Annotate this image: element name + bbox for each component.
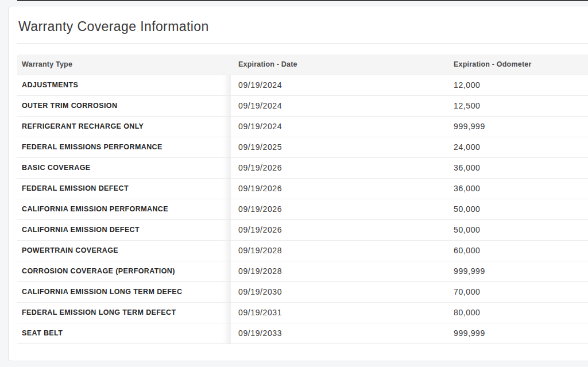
expiration-odometer-cell: 12,500 [446,95,588,116]
warranty-type-cell: FEDERAL EMISSION LONG TERM DEFECT [17,302,231,323]
expiration-odometer-cell: 36,000 [446,178,588,199]
expiration-odometer-cell: 999,999 [446,261,588,281]
warranty-type-cell: CALIFORNIA EMISSION DEFECT [17,219,231,240]
warranty-type-cell: FEDERAL EMISSIONS PERFORMANCE [17,137,231,157]
warranty-type-cell: ADJUSTMENTS [17,75,231,95]
table-row: FEDERAL EMISSION DEFECT 09/19/2026 36,00… [17,178,588,199]
expiration-odometer-cell: 50,000 [446,199,588,219]
warranty-type-cell: SEAT BELT [17,323,231,343]
table-row: CALIFORNIA EMISSION LONG TERM DEFEC 09/1… [17,281,588,302]
expiration-date-cell: 09/19/2028 [231,240,446,261]
table-body: ADJUSTMENTS 09/19/2024 12,000 OUTER TRIM… [17,75,588,343]
table-row: BASIC COVERAGE 09/19/2026 36,000 [17,157,588,178]
title-divider [17,43,588,44]
expiration-odometer-cell: 999,999 [446,323,588,343]
expiration-date-cell: 09/19/2026 [231,219,446,240]
table-row: POWERTRAIN COVERAGE 09/19/2028 60,000 [17,240,588,261]
table-row: SEAT BELT 09/19/2033 999,999 [17,323,588,343]
warranty-type-cell: REFRIGERANT RECHARGE ONLY [17,116,231,137]
top-edge-line [17,0,588,1]
warranty-coverage-card: Warranty Coverage Information Warranty T… [8,6,588,361]
table-row: ADJUSTMENTS 09/19/2024 12,000 [17,75,588,95]
warranty-type-cell: CALIFORNIA EMISSION LONG TERM DEFEC [17,281,231,302]
expiration-odometer-cell: 12,000 [446,75,588,95]
expiration-odometer-cell: 24,000 [446,137,588,157]
expiration-odometer-cell: 70,000 [446,281,588,302]
warranty-type-cell: CALIFORNIA EMISSION PERFORMANCE [17,199,231,219]
table-row: OUTER TRIM CORROSION 09/19/2024 12,500 [17,95,588,116]
warranty-type-cell: FEDERAL EMISSION DEFECT [17,178,231,199]
expiration-date-cell: 09/19/2024 [231,75,446,95]
page-title: Warranty Coverage Information [18,17,588,36]
table-row: CORROSION COVERAGE (PERFORATION) 09/19/2… [17,261,588,281]
table-row: FEDERAL EMISSION LONG TERM DEFECT 09/19/… [17,302,588,323]
expiration-odometer-cell: 60,000 [446,240,588,261]
expiration-date-cell: 09/19/2026 [231,157,446,178]
expiration-odometer-cell: 80,000 [446,302,588,323]
table-header-row: Warranty Type Expiration - Date Expirati… [17,55,588,75]
warranty-type-cell: POWERTRAIN COVERAGE [17,240,231,261]
expiration-odometer-cell: 50,000 [446,219,588,240]
expiration-odometer-cell: 36,000 [446,157,588,178]
warranty-type-cell: BASIC COVERAGE [17,157,231,178]
expiration-date-cell: 09/19/2025 [231,137,446,157]
warranty-type-cell: CORROSION COVERAGE (PERFORATION) [17,261,231,281]
column-header-warranty-type: Warranty Type [17,55,231,75]
expiration-date-cell: 09/19/2026 [231,199,446,219]
expiration-date-cell: 09/19/2033 [231,323,446,343]
table-row: FEDERAL EMISSIONS PERFORMANCE 09/19/2025… [17,137,588,157]
expiration-date-cell: 09/19/2024 [231,95,446,116]
table-row: REFRIGERANT RECHARGE ONLY 09/19/2024 999… [17,116,588,137]
column-header-expiration-date: Expiration - Date [231,55,446,75]
warranty-table: Warranty Type Expiration - Date Expirati… [17,55,588,344]
expiration-date-cell: 09/19/2028 [231,261,446,281]
table-row: CALIFORNIA EMISSION DEFECT 09/19/2026 50… [17,219,588,240]
column-header-expiration-odometer: Expiration - Odometer [446,55,588,75]
expiration-date-cell: 09/19/2031 [231,302,446,323]
expiration-date-cell: 09/19/2024 [231,116,446,137]
warranty-type-cell: OUTER TRIM CORROSION [17,95,231,116]
expiration-date-cell: 09/19/2030 [231,281,446,302]
table-row: CALIFORNIA EMISSION PERFORMANCE 09/19/20… [17,199,588,219]
expiration-odometer-cell: 999,999 [446,116,588,137]
expiration-date-cell: 09/19/2026 [231,178,446,199]
